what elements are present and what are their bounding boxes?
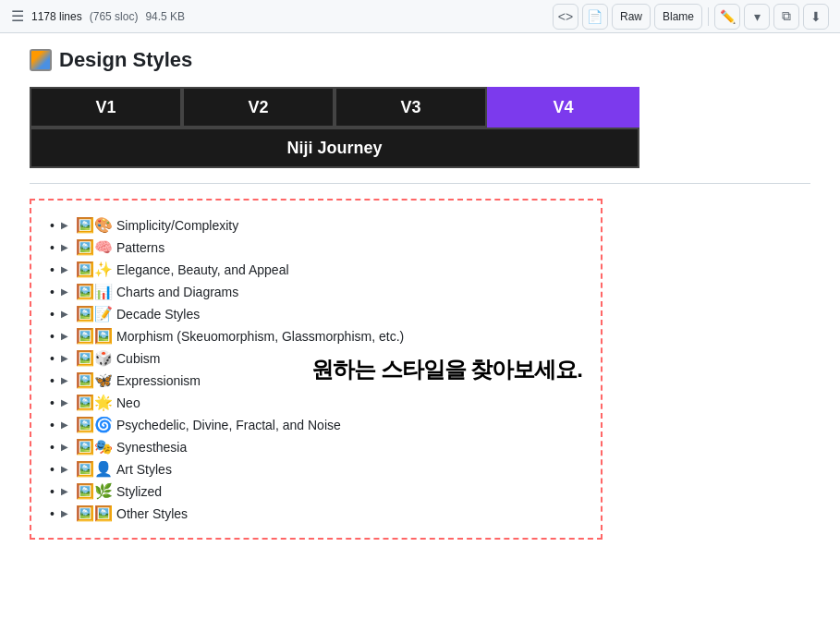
content-divider <box>30 183 810 184</box>
raw-label: Raw <box>620 10 642 23</box>
blame-button[interactable]: Blame <box>654 4 702 30</box>
bullet: • <box>50 440 57 455</box>
item-icon: 🖼️🧠 <box>76 238 113 256</box>
file-button[interactable]: 📄 <box>582 4 608 30</box>
expand-icon[interactable]: ▶ <box>61 286 72 297</box>
list-item: • ▶ 🖼️🌟 Neo <box>50 394 582 411</box>
toolbar-divider <box>708 7 709 26</box>
item-label: Psychedelic, Divine, Fractal, and Noise <box>116 418 341 432</box>
list-item: • ▶ 🖼️📊 Charts and Diagrams <box>50 283 582 300</box>
expand-icon[interactable]: ▶ <box>61 220 72 230</box>
item-label: Synesthesia <box>116 440 187 455</box>
expand-icon[interactable]: ▶ <box>61 486 72 496</box>
file-size: 94.5 KB <box>145 10 185 23</box>
chevron-down-icon: ▾ <box>754 9 761 24</box>
page-icon <box>30 49 52 71</box>
expand-icon[interactable]: ▶ <box>61 419 72 430</box>
item-label: Decade Styles <box>116 307 200 322</box>
item-icon: 🖼️✨ <box>76 261 113 278</box>
item-icon: 🖼️🖼️ <box>76 327 113 345</box>
bullet: • <box>50 418 57 432</box>
item-icon: 🖼️🖼️ <box>76 505 113 522</box>
item-icon: 🖼️🌿 <box>76 482 113 500</box>
v3-button[interactable]: V3 <box>335 87 487 128</box>
list-item: • ▶ 🖼️🧠 Patterns <box>50 238 582 256</box>
list-item: • ▶ 🖼️👤 Art Styles <box>50 460 582 478</box>
expand-icon[interactable]: ▶ <box>61 331 72 341</box>
expand-icon[interactable]: ▶ <box>61 309 72 319</box>
copy-icon: ⧉ <box>782 8 791 24</box>
bullet: • <box>50 262 57 277</box>
list-item: • ▶ 🖼️🖼️ Morphism (Skeuomorphism, Glassm… <box>50 327 582 345</box>
niji-button[interactable]: Niji Journey <box>30 128 639 168</box>
list-item: • ▶ 🖼️✨ Elegance, Beauty, and Appeal <box>50 261 582 278</box>
bullet: • <box>50 373 57 388</box>
toolbar-right: <> 📄 Raw Blame ✏️ ▾ ⧉ ⬇ <box>553 4 829 30</box>
list-item: • ▶ 🖼️🌿 Stylized <box>50 482 582 500</box>
more-button[interactable]: ▾ <box>744 4 770 30</box>
bullet: • <box>50 329 57 344</box>
version-row-2: Niji Journey <box>30 128 639 168</box>
copy-button[interactable]: ⧉ <box>773 4 799 30</box>
item-label: Neo <box>116 395 140 410</box>
expand-icon[interactable]: ▶ <box>61 242 72 252</box>
item-icon: 🖼️🎭 <box>76 438 113 456</box>
item-label: Art Styles <box>116 462 172 477</box>
item-label: Cubism <box>116 351 160 366</box>
bullet: • <box>50 395 57 410</box>
expand-icon[interactable]: ▶ <box>61 353 72 363</box>
version-row-1: V1 V2 V3 V4 <box>30 87 639 128</box>
edit-button[interactable]: ✏️ <box>714 4 740 30</box>
item-label: Elegance, Beauty, and Appeal <box>116 262 289 277</box>
raw-button[interactable]: Raw <box>612 4 651 30</box>
list-item: • ▶ 🖼️🌀 Psychedelic, Divine, Fractal, an… <box>50 416 582 433</box>
file-icon: 📄 <box>587 9 603 24</box>
item-icon: 🖼️🎲 <box>76 349 113 367</box>
toolbar-left: ☰ 1178 lines (765 sloc) 94.5 KB <box>11 7 185 25</box>
blame-label: Blame <box>663 10 694 23</box>
expand-icon[interactable]: ▶ <box>61 508 72 518</box>
expand-icon[interactable]: ▶ <box>61 442 72 452</box>
item-label: Stylized <box>116 484 162 499</box>
bullet: • <box>50 462 57 477</box>
list-item: • ▶ 🖼️🎲 Cubism <box>50 349 582 367</box>
item-label: Expressionism <box>116 373 201 388</box>
item-label: Charts and Diagrams <box>116 285 238 299</box>
v4-button[interactable]: V4 <box>487 87 639 128</box>
styles-list-container: • ▶ 🖼️🎨 Simplicity/Complexity • ▶ 🖼️🧠 Pa… <box>30 199 603 540</box>
item-icon: 🖼️📝 <box>76 305 113 322</box>
expand-icon[interactable]: ▶ <box>61 264 72 274</box>
bullet: • <box>50 484 57 499</box>
expand-icon[interactable]: ▶ <box>61 464 72 474</box>
list-item: • ▶ 🖼️🎨 Simplicity/Complexity <box>50 216 582 234</box>
list-item: • ▶ 🖼️🦋 Expressionism <box>50 371 582 389</box>
code-icon: <> <box>558 9 573 24</box>
item-label: Simplicity/Complexity <box>116 218 238 233</box>
pencil-icon: ✏️ <box>720 9 736 24</box>
page-header: Design Styles <box>30 48 810 72</box>
item-icon: 🖼️🎨 <box>76 216 113 234</box>
bullet: • <box>50 285 57 299</box>
decade-styles-item: • ▶ 🖼️📝 Decade Styles <box>50 305 582 322</box>
item-label: Other Styles <box>116 506 188 521</box>
expand-icon[interactable]: ▶ <box>61 397 72 407</box>
v1-button[interactable]: V1 <box>30 87 182 128</box>
download-icon: ⬇ <box>810 9 822 24</box>
item-icon: 🖼️🦋 <box>76 371 113 389</box>
list-item: • ▶ 🖼️🖼️ Other Styles <box>50 505 582 522</box>
line-count: 1178 lines <box>31 10 82 23</box>
item-icon: 🖼️📊 <box>76 283 113 300</box>
bullet: • <box>50 240 57 255</box>
download-button[interactable]: ⬇ <box>803 4 829 30</box>
sloc-count: (765 sloc) <box>90 10 139 23</box>
bullet: • <box>50 506 57 521</box>
item-icon: 🖼️👤 <box>76 460 113 478</box>
item-icon: 🖼️🌀 <box>76 416 113 433</box>
item-icon: 🖼️🌟 <box>76 394 113 411</box>
v2-button[interactable]: V2 <box>182 87 335 128</box>
main-content: Design Styles V1 V2 V3 V4 Niji Journey <box>0 33 840 554</box>
code-view-button[interactable]: <> <box>553 4 578 30</box>
hamburger-icon[interactable]: ☰ <box>11 7 24 25</box>
expand-icon[interactable]: ▶ <box>61 375 72 385</box>
version-grid: V1 V2 V3 V4 Niji Journey <box>30 87 639 168</box>
